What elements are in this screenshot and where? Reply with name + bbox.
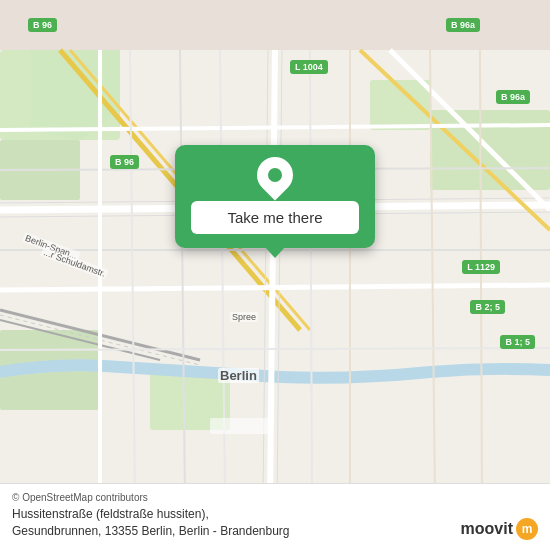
location-pin xyxy=(250,150,301,201)
map-container: B 96 B 96a B 96a B 96 L 1004 B 2; 5 B 1;… xyxy=(0,0,550,550)
route-badge-b2-5: B 2; 5 xyxy=(470,300,505,314)
route-badge-l1004: L 1004 xyxy=(290,60,328,74)
bottom-bar: © OpenStreetMap contributors Hussitenstr… xyxy=(0,483,550,550)
route-badge-b96a-right: B 96a xyxy=(496,90,530,104)
map-svg xyxy=(0,0,550,550)
route-badge-b96a-top-right: B 96a xyxy=(446,18,480,32)
moovit-logo: moovit m xyxy=(461,518,538,540)
route-badge-b96-left: B 96 xyxy=(110,155,139,169)
location-name: Hussitenstraße (feldstraße hussiten), xyxy=(12,507,209,521)
route-badge-b1-5: B 1; 5 xyxy=(500,335,535,349)
road-label-berlin: Berlin xyxy=(218,368,259,383)
osm-credit: © OpenStreetMap contributors xyxy=(12,492,538,503)
take-me-there-button[interactable]: Take me there xyxy=(191,201,359,234)
location-detail: Gesundbrunnen, 13355 Berlin, Berlin - Br… xyxy=(12,524,290,538)
road-label-spree: Spree xyxy=(230,312,258,322)
svg-rect-34 xyxy=(210,418,270,434)
popup-card: Take me there xyxy=(175,145,375,248)
moovit-logo-text: moovit xyxy=(461,520,513,538)
location-text: Hussitenstraße (feldstraße hussiten), Ge… xyxy=(12,506,538,540)
route-badge-l1129: L 1129 xyxy=(462,260,500,274)
moovit-icon: m xyxy=(516,518,538,540)
route-badge-b96-top-left: B 96 xyxy=(28,18,57,32)
